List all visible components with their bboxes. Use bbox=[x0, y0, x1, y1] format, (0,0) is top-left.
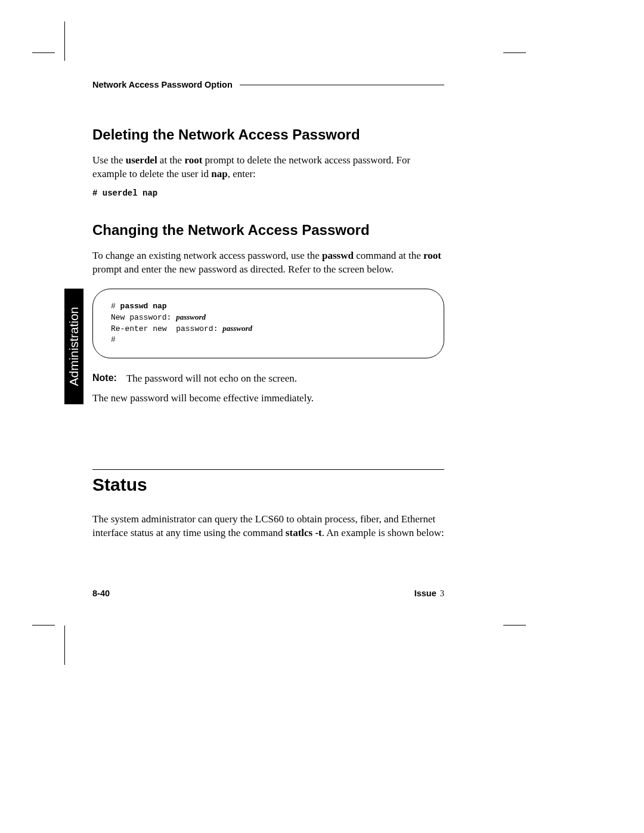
text: To change an existing network access pas… bbox=[92, 250, 322, 261]
heading-status: Status bbox=[92, 475, 444, 495]
paragraph-after-note: The new password will become effective i… bbox=[92, 392, 444, 405]
heading-changing: Changing the Network Access Password bbox=[92, 222, 444, 239]
terminal-line: Re-enter new password: password bbox=[111, 323, 426, 335]
text: Use the bbox=[92, 154, 126, 166]
crop-mark bbox=[64, 21, 65, 61]
page-number: 8-40 bbox=[92, 589, 110, 599]
section-rule bbox=[92, 469, 444, 470]
terminal-box: # passwd nap New password: password Re-e… bbox=[92, 289, 444, 358]
side-tab-label: Administration bbox=[67, 306, 81, 386]
terminal-line: # bbox=[111, 335, 426, 345]
bold-text: root bbox=[423, 250, 441, 261]
note-body: The password will not echo on the screen… bbox=[126, 373, 297, 385]
crop-mark bbox=[503, 52, 526, 53]
issue-label: Issue bbox=[414, 589, 439, 598]
text: , enter: bbox=[228, 168, 256, 179]
issue: Issue 3 bbox=[414, 589, 444, 599]
text: prompt and enter the new password as dir… bbox=[92, 264, 394, 275]
text: at the bbox=[157, 154, 185, 166]
terminal-line: New password: password bbox=[111, 312, 426, 323]
terminal-variable: password bbox=[222, 324, 252, 333]
terminal-variable: password bbox=[176, 312, 206, 321]
terminal-line: # passwd nap bbox=[111, 301, 426, 312]
text: . An example is shown below: bbox=[322, 527, 444, 538]
issue-number: 3 bbox=[440, 589, 444, 598]
note-label: Note: bbox=[92, 373, 117, 385]
terminal-command: passwd nap bbox=[120, 302, 167, 311]
page: Administration Network Access Password O… bbox=[0, 0, 644, 833]
note: Note: The password will not echo on the … bbox=[92, 373, 444, 385]
paragraph-status: The system administrator can query the L… bbox=[92, 513, 444, 540]
terminal-output: New password: bbox=[111, 313, 176, 322]
heading-deleting: Deleting the Network Access Password bbox=[92, 126, 444, 143]
bold-text: passwd bbox=[322, 250, 354, 261]
bold-text: userdel bbox=[126, 154, 157, 166]
content-area: Network Access Password Option Deleting … bbox=[92, 80, 444, 547]
crop-mark bbox=[32, 52, 55, 53]
command-line: # userdel nap bbox=[92, 188, 444, 198]
text: The new password will become effective i… bbox=[92, 392, 444, 405]
running-head-text: Network Access Password Option bbox=[92, 80, 240, 89]
paragraph-deleting: Use the userdel at the root prompt to de… bbox=[92, 154, 444, 181]
footer: 8-40 Issue 3 bbox=[92, 589, 444, 599]
crop-mark bbox=[503, 625, 526, 625]
bold-text: root bbox=[184, 154, 202, 166]
terminal-output: Re-enter new password: bbox=[111, 324, 222, 333]
running-head-rule bbox=[240, 85, 444, 85]
paragraph-changing: To change an existing network access pas… bbox=[92, 249, 444, 277]
crop-mark bbox=[32, 625, 55, 625]
running-head: Network Access Password Option bbox=[92, 80, 444, 89]
bold-text: nap bbox=[211, 168, 227, 179]
bold-text: statlcs -t bbox=[286, 527, 322, 538]
text: command at the bbox=[354, 250, 423, 261]
prompt: # bbox=[111, 302, 120, 311]
side-tab: Administration bbox=[64, 289, 83, 404]
crop-mark bbox=[64, 625, 65, 665]
